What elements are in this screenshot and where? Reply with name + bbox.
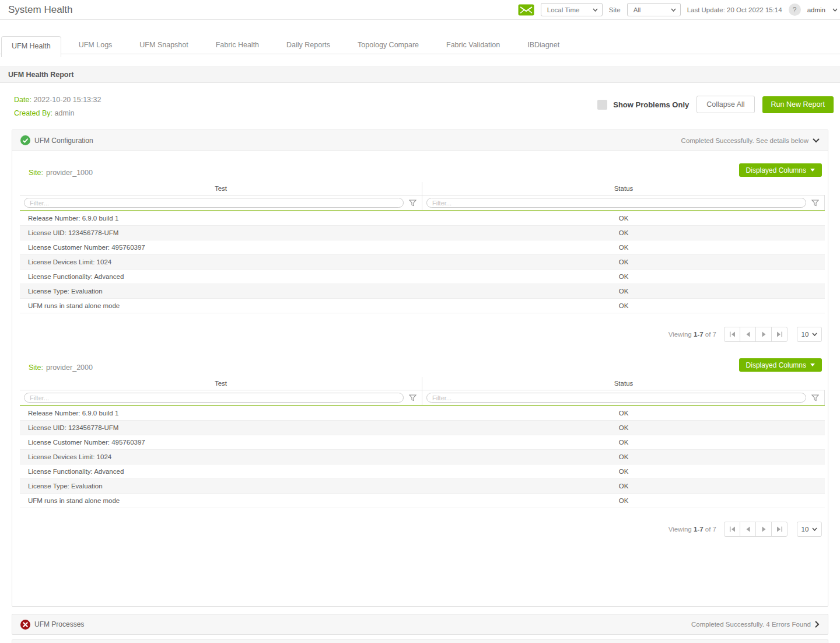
chevron-down-icon: [812, 333, 817, 336]
status-cell: OK: [422, 215, 825, 222]
pagination-prefix: Viewing: [668, 331, 692, 338]
tab-ufm-health[interactable]: UFM Health: [1, 36, 61, 57]
page-size-select[interactable]: 10: [797, 522, 822, 537]
report-date-line: Date: 2022-10-20 15:13:32: [14, 93, 101, 107]
next-page-button[interactable]: [755, 522, 772, 537]
table-row[interactable]: License UID: 123456778-UFM OK: [20, 226, 825, 240]
status-cell: OK: [422, 453, 825, 460]
test-filter-input[interactable]: [24, 198, 404, 208]
run-new-report-button[interactable]: Run New Report: [762, 96, 834, 113]
filter-row: [20, 390, 825, 405]
created-by-value: admin: [55, 109, 75, 117]
tab-daily-reports[interactable]: Daily Reports: [276, 36, 340, 54]
panel-title: UFM Processes: [34, 620, 84, 628]
section-title-bar: UFM Health Report: [0, 67, 840, 83]
chevron-down-icon: [812, 527, 817, 531]
table-row[interactable]: License Functionality: Advanced OK: [20, 464, 825, 479]
first-page-button[interactable]: [724, 327, 740, 342]
column-header-test[interactable]: Test: [20, 377, 422, 390]
status-cell: OK: [422, 468, 825, 475]
tab-ufm-snapshot[interactable]: UFM Snapshot: [130, 36, 198, 54]
time-zone-select[interactable]: Local Time: [541, 3, 603, 16]
status-filter-input[interactable]: [426, 393, 806, 403]
help-glyph: ?: [793, 6, 797, 14]
site-name: provider_2000: [46, 364, 93, 372]
tab-fabric-validation[interactable]: Fabric Validation: [436, 36, 510, 54]
collapse-all-button[interactable]: Collapse All: [696, 96, 754, 113]
test-cell: License UID: 123456778-UFM: [20, 424, 422, 431]
displayed-columns-button[interactable]: Displayed Columns: [739, 358, 822, 372]
ufm-processes-panel[interactable]: UFM Processes Completed Successfully. 4 …: [12, 614, 828, 635]
app-header: System Health Local Time Site All Last U…: [0, 0, 840, 20]
page-size-select[interactable]: 10: [797, 327, 822, 342]
page-size-value: 10: [802, 331, 809, 338]
table-row[interactable]: License Devices Limit: 1024 OK: [20, 255, 825, 270]
status-filter-input[interactable]: [426, 198, 806, 208]
help-icon[interactable]: ?: [789, 4, 801, 16]
success-check-icon: [20, 135, 30, 145]
table-row[interactable]: License Devices Limit: 1024 OK: [20, 450, 825, 464]
column-header-status[interactable]: Status: [422, 182, 825, 195]
tab-fabric-health[interactable]: Fabric Health: [206, 36, 269, 54]
chevron-down-icon: [671, 8, 676, 12]
prev-page-button[interactable]: [740, 522, 756, 537]
caret-down-icon: [810, 364, 815, 366]
first-page-button[interactable]: [724, 522, 740, 537]
next-page-icon: [762, 526, 766, 532]
status-cell: OK: [422, 424, 825, 431]
funnel-filter-icon[interactable]: [811, 200, 819, 207]
funnel-filter-icon[interactable]: [409, 394, 416, 401]
table-row[interactable]: License Type: Evaluation OK: [20, 479, 825, 494]
table-row[interactable]: UFM runs in stand alone mode OK: [20, 494, 825, 508]
table-row[interactable]: License Type: Evaluation OK: [20, 284, 825, 299]
mail-icon[interactable]: [518, 4, 534, 16]
filter-cell-test: [20, 195, 422, 210]
tab-ibdiagnet[interactable]: IBDiagnet: [517, 36, 569, 54]
column-header-test[interactable]: Test: [20, 182, 422, 195]
last-page-button[interactable]: [771, 327, 788, 342]
table-row[interactable]: Release Number: 6.9.0 build 1 OK: [20, 211, 825, 226]
table-row[interactable]: Release Number: 6.9.0 build 1 OK: [20, 406, 825, 421]
chevron-right-icon[interactable]: [815, 621, 820, 628]
panel-status: Completed Successfully. 4 Errors Found: [691, 621, 820, 628]
site-select-label: Site: [609, 6, 621, 13]
table-body: Release Number: 6.9.0 build 1 OK License…: [20, 406, 825, 508]
column-header-status[interactable]: Status: [422, 377, 825, 390]
test-cell: License Functionality: Advanced: [20, 273, 422, 280]
last-page-icon: [776, 331, 783, 337]
pagination-suffix: of 7: [705, 331, 716, 338]
prev-page-button[interactable]: [740, 327, 756, 342]
tab-ufm-logs[interactable]: UFM Logs: [69, 36, 123, 54]
funnel-filter-icon[interactable]: [409, 200, 416, 207]
next-page-button[interactable]: [755, 327, 772, 342]
table-row[interactable]: UFM runs in stand alone mode OK: [20, 299, 825, 313]
test-filter-input[interactable]: [24, 393, 404, 403]
site-select[interactable]: All: [627, 3, 681, 16]
chevron-down-icon[interactable]: [813, 138, 820, 143]
header-controls: Local Time Site All Last Update: 20 Oct …: [518, 3, 838, 16]
funnel-filter-icon[interactable]: [811, 394, 819, 401]
show-problems-checkbox[interactable]: [597, 100, 607, 110]
test-cell: License UID: 123456778-UFM: [20, 229, 422, 236]
panel-title: UFM Configuration: [34, 137, 93, 145]
next-page-icon: [762, 331, 766, 337]
table-body: Release Number: 6.9.0 build 1 OK License…: [20, 211, 825, 313]
ufm-configuration-header[interactable]: UFM Configuration Completed Successfully…: [12, 130, 828, 151]
tab-topology-compare[interactable]: Topology Compare: [348, 36, 429, 54]
displayed-columns-button[interactable]: Displayed Columns: [739, 163, 822, 177]
last-page-button[interactable]: [771, 522, 788, 537]
date-value: 2022-10-20 15:13:32: [33, 96, 101, 104]
table-row[interactable]: License Customer Number: 495760397 OK: [20, 240, 825, 255]
table-row[interactable]: License Customer Number: 495760397 OK: [20, 435, 825, 450]
site-select-value: All: [634, 6, 666, 13]
ufm-configuration-panel: UFM Configuration Completed Successfully…: [12, 130, 828, 607]
status-cell: OK: [422, 244, 825, 251]
site-row: Site: provider_2000 Displayed Columns: [12, 342, 828, 372]
displayed-columns-label: Displayed Columns: [746, 166, 806, 174]
user-menu[interactable]: admin: [807, 6, 838, 13]
page-size-value: 10: [802, 526, 809, 533]
table-row[interactable]: License UID: 123456778-UFM OK: [20, 421, 825, 435]
report-meta: Date: 2022-10-20 15:13:32 Created By: ad…: [14, 93, 101, 120]
pagination-range: 1-7: [694, 526, 704, 533]
table-row[interactable]: License Functionality: Advanced OK: [20, 270, 825, 284]
